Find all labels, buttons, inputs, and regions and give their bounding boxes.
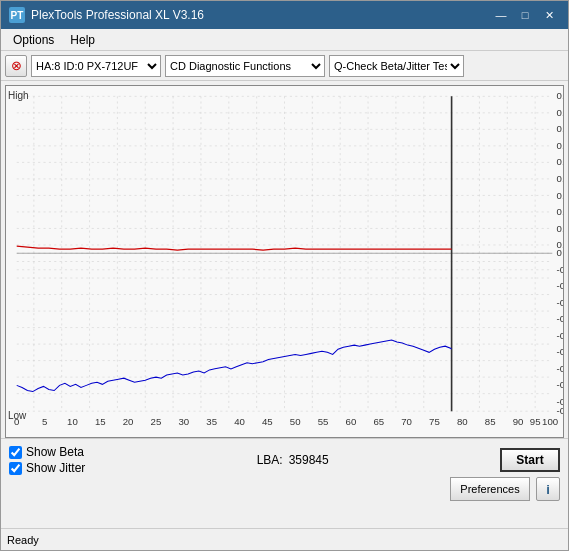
show-beta-checkbox-label[interactable]: Show Beta [9, 445, 85, 459]
device-select[interactable]: HA:8 ID:0 PX-712UF [31, 55, 161, 77]
chart-svg: 0.5 0.45 0.4 0.35 0.3 0.25 0.2 0.15 0.1 … [6, 86, 563, 437]
svg-text:-0.35: -0.35 [557, 363, 563, 374]
device-icon: ⊗ [11, 58, 22, 73]
menu-options[interactable]: Options [5, 31, 62, 49]
device-action-button[interactable]: ⊗ [5, 55, 27, 77]
svg-text:70: 70 [401, 416, 412, 427]
close-button[interactable]: ✕ [538, 6, 560, 24]
show-beta-checkbox[interactable] [9, 446, 22, 459]
svg-text:-0.4: -0.4 [557, 380, 563, 391]
show-jitter-checkbox-label[interactable]: Show Jitter [9, 461, 85, 475]
test-select[interactable]: Q-Check Beta/Jitter Test [329, 55, 464, 77]
start-button[interactable]: Start [500, 448, 560, 472]
window-title: PlexTools Professional XL V3.16 [31, 8, 490, 22]
svg-text:0.15: 0.15 [557, 206, 563, 217]
svg-text:0.25: 0.25 [557, 173, 563, 184]
chart-container: High Low [5, 85, 564, 438]
title-bar: PT PlexTools Professional XL V3.16 — □ ✕ [1, 1, 568, 29]
app-icon: PT [9, 7, 25, 23]
svg-text:95: 95 [530, 416, 541, 427]
status-bar: Ready [1, 528, 568, 550]
svg-text:0.5: 0.5 [557, 91, 563, 102]
lba-group: LBA: 359845 [257, 453, 329, 467]
show-jitter-checkbox[interactable] [9, 462, 22, 475]
bottom-row-1: Show Beta Show Jitter LBA: 359845 Start [9, 445, 560, 475]
svg-text:-0.05: -0.05 [557, 264, 563, 275]
chart-area: High Low [1, 81, 568, 438]
chart-low-label: Low [8, 410, 26, 421]
svg-text:80: 80 [457, 416, 468, 427]
svg-text:75: 75 [429, 416, 440, 427]
svg-text:25: 25 [151, 416, 162, 427]
svg-text:60: 60 [346, 416, 357, 427]
bottom-row-3: Preferences i [9, 477, 560, 501]
maximize-button[interactable]: □ [514, 6, 536, 24]
svg-text:0.45: 0.45 [557, 107, 563, 118]
function-select[interactable]: CD Diagnostic Functions [165, 55, 325, 77]
lba-value: 359845 [289, 453, 329, 467]
svg-text:90: 90 [513, 416, 524, 427]
checkbox-group: Show Beta Show Jitter [9, 445, 85, 475]
svg-text:0.2: 0.2 [557, 190, 563, 201]
svg-text:85: 85 [485, 416, 496, 427]
menu-help[interactable]: Help [62, 31, 103, 49]
svg-text:-0.1: -0.1 [557, 281, 563, 292]
svg-text:5: 5 [42, 416, 47, 427]
chart-high-label: High [8, 90, 29, 101]
svg-text:0.35: 0.35 [557, 140, 563, 151]
main-window: PT PlexTools Professional XL V3.16 — □ ✕… [0, 0, 569, 551]
svg-text:65: 65 [373, 416, 384, 427]
menu-bar: Options Help [1, 29, 568, 51]
svg-text:50: 50 [290, 416, 301, 427]
svg-text:15: 15 [95, 416, 106, 427]
svg-text:-0.15: -0.15 [557, 297, 563, 308]
svg-text:100: 100 [542, 416, 558, 427]
svg-text:35: 35 [206, 416, 217, 427]
svg-text:0.1: 0.1 [557, 223, 563, 234]
window-controls: — □ ✕ [490, 6, 560, 24]
svg-text:20: 20 [123, 416, 134, 427]
svg-text:10: 10 [67, 416, 78, 427]
svg-text:0: 0 [557, 248, 562, 259]
toolbar: ⊗ HA:8 ID:0 PX-712UF CD Diagnostic Funct… [1, 51, 568, 81]
svg-text:55: 55 [318, 416, 329, 427]
svg-text:0.3: 0.3 [557, 157, 563, 168]
svg-text:0.4: 0.4 [557, 124, 563, 135]
svg-text:-0.25: -0.25 [557, 330, 563, 341]
svg-text:40: 40 [234, 416, 245, 427]
minimize-button[interactable]: — [490, 6, 512, 24]
svg-text:-0.5: -0.5 [557, 405, 563, 416]
show-beta-label: Show Beta [26, 445, 84, 459]
show-jitter-label: Show Jitter [26, 461, 85, 475]
svg-text:-0.3: -0.3 [557, 347, 563, 358]
status-text: Ready [7, 534, 39, 546]
svg-text:-0.2: -0.2 [557, 314, 563, 325]
info-button[interactable]: i [536, 477, 560, 501]
svg-text:45: 45 [262, 416, 273, 427]
bottom-panel: Show Beta Show Jitter LBA: 359845 Start … [1, 438, 568, 528]
preferences-button[interactable]: Preferences [450, 477, 530, 501]
svg-text:30: 30 [178, 416, 189, 427]
lba-label: LBA: [257, 453, 283, 467]
